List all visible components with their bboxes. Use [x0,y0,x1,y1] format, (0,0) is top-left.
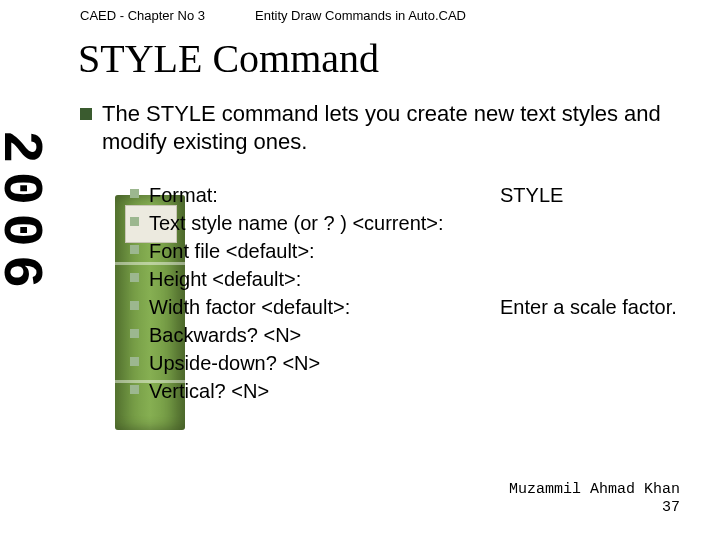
list-item: Vertical? <N> [130,377,690,405]
square-bullet-icon [130,245,139,254]
main-bullet-text: The STYLE command lets you create new te… [102,100,690,155]
square-bullet-icon [130,329,139,338]
square-bullet-icon [130,217,139,226]
list-item: Width factor <default>: Enter a scale fa… [130,293,690,321]
list-item: Text style name (or ? ) <current>: [130,209,690,237]
header-left: CAED - Chapter No 3 [80,8,255,23]
list-item: Format: STYLE [130,181,690,209]
page-number: 37 [509,499,680,518]
sub-list: Format: STYLE Text style name (or ? ) <c… [80,181,690,405]
list-item-left: Font file <default>: [149,237,490,265]
list-item-left: Width factor <default>: [149,293,490,321]
list-item: Height <default>: [130,265,690,293]
year-watermark: 2006 [0,130,52,296]
content-area: The STYLE command lets you create new te… [0,100,720,405]
list-item-left: Height <default>: [149,265,490,293]
slide-header: CAED - Chapter No 3 Entity Draw Commands… [0,0,720,27]
list-item: Backwards? <N> [130,321,690,349]
square-bullet-icon [130,357,139,366]
square-bullet-icon [130,273,139,282]
main-bullet: The STYLE command lets you create new te… [80,100,690,155]
list-item-left: Upside-down? <N> [149,349,490,377]
list-item: Font file <default>: [130,237,690,265]
list-item-left: Vertical? <N> [149,377,490,405]
list-item-left: Backwards? <N> [149,321,490,349]
page-title: STYLE Command [0,27,720,100]
header-right: Entity Draw Commands in Auto.CAD [255,8,466,23]
square-bullet-icon [130,301,139,310]
author-name: Muzammil Ahmad Khan [509,481,680,500]
list-item-left: Text style name (or ? ) <current>: [149,209,490,237]
footer: Muzammil Ahmad Khan 37 [509,481,680,519]
list-item: Upside-down? <N> [130,349,690,377]
list-item-left: Format: [149,181,490,209]
square-bullet-icon [130,189,139,198]
list-item-right: STYLE [490,181,690,209]
list-item-right: Enter a scale factor. [490,293,690,321]
square-bullet-icon [130,385,139,394]
square-bullet-icon [80,108,92,120]
